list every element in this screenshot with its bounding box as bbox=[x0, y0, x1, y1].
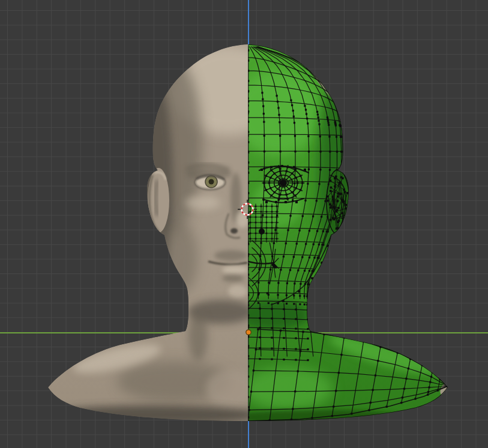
left-eye bbox=[195, 175, 225, 190]
nostril bbox=[230, 228, 238, 234]
viewport-canvas bbox=[0, 0, 488, 448]
3d-viewport[interactable] bbox=[0, 0, 488, 448]
left-ear bbox=[148, 168, 169, 233]
pupil bbox=[209, 179, 214, 185]
object-origin-point[interactable] bbox=[246, 330, 251, 335]
head-model[interactable] bbox=[39, 44, 451, 425]
